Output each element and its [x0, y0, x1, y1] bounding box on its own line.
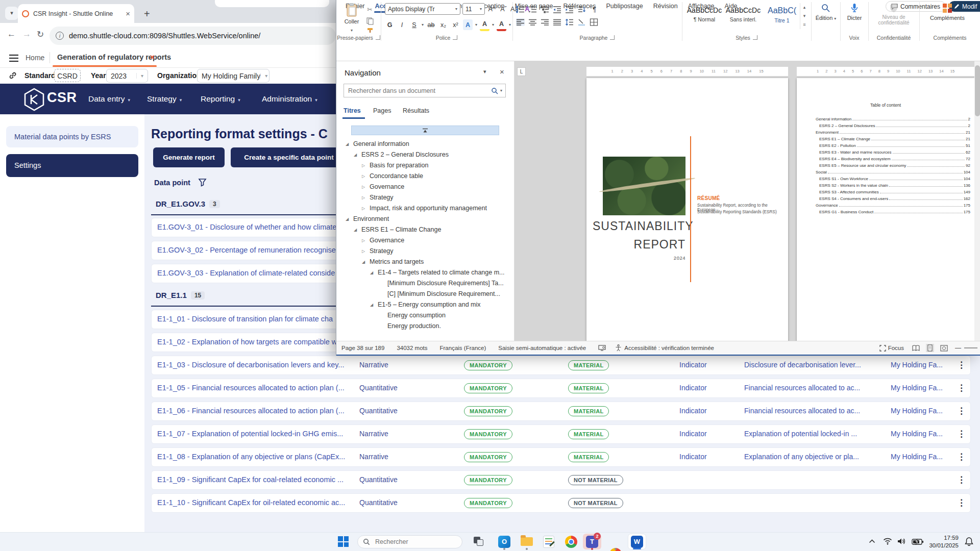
accessibility-icon[interactable] [615, 344, 622, 352]
tree-expanded-icon[interactable]: ◢ [370, 299, 378, 310]
nav-tree-item[interactable]: ▷Governance [362, 182, 404, 192]
nav-tree-item[interactable]: ◢E1-4 – Targets related to climate chang… [370, 267, 505, 278]
status-language[interactable]: Français (France) [440, 345, 486, 351]
new-tab-button[interactable]: + [144, 8, 150, 20]
row-menu-icon[interactable]: ⋮ [957, 360, 966, 370]
styles-down-icon[interactable]: ▾ [800, 12, 808, 20]
table-row[interactable]: E1-1_07 - Explanation of potential locke… [151, 424, 971, 444]
grow-font-button[interactable]: A^ [487, 4, 497, 14]
file-explorer-icon[interactable] [521, 537, 533, 546]
paragraph-marks-button[interactable]: ¶ [590, 4, 599, 15]
sidebar-item-settings[interactable]: Settings [6, 154, 138, 177]
tab-close-icon[interactable]: × [126, 9, 130, 18]
chrome-icon[interactable] [565, 536, 577, 548]
tree-collapsed-icon[interactable]: ▷ [362, 160, 370, 171]
align-right-icon[interactable] [541, 18, 549, 26]
page-tab-close-icon[interactable]: × [150, 53, 154, 61]
create-data-point-button[interactable]: Create a specific data point [231, 147, 347, 167]
tree-expanded-icon[interactable]: ◢ [354, 149, 361, 160]
style-heading-1[interactable]: AaBbC(Titre 1 [764, 2, 800, 30]
tree-expanded-icon[interactable]: ◢ [346, 139, 353, 149]
generate-report-button[interactable]: Generate report [153, 147, 225, 167]
format-painter-icon[interactable] [366, 27, 374, 35]
tree-collapsed-icon[interactable]: ▷ [362, 171, 370, 182]
editor-app-icon[interactable] [543, 536, 554, 548]
table-row[interactable]: E1-1_08 - Explanation of any objective o… [151, 447, 971, 467]
site-info-icon[interactable]: i [56, 32, 64, 40]
address-bar[interactable]: i demo.shuttle-cloud.com:8098/Shuttles.W… [50, 27, 336, 45]
organization-select[interactable]: My Holding Family ▾ [197, 69, 270, 83]
tree-collapsed-icon[interactable]: ▷ [362, 182, 370, 192]
numbering-icon[interactable] [528, 6, 537, 13]
tree-expanded-icon[interactable]: ◢ [346, 214, 353, 224]
shrink-font-button[interactable]: Aˇ [499, 4, 508, 14]
document-search-input[interactable] [347, 87, 491, 95]
menu-icon[interactable] [9, 55, 18, 56]
row-menu-icon[interactable]: ⋮ [957, 429, 966, 439]
tree-collapsed-icon[interactable]: ▷ [362, 235, 370, 246]
nav-tree-item[interactable]: ▷Impact, risk and opportunity management [362, 203, 487, 214]
highlight-button[interactable]: A [480, 18, 489, 31]
nav-tree-item[interactable]: ◢ESRS 2 – General Disclosures [354, 149, 449, 160]
chevron-down-icon[interactable]: ▾ [500, 88, 502, 93]
underline-button[interactable]: S [409, 19, 419, 30]
taskbar-search-input[interactable] [374, 538, 448, 546]
speaker-icon[interactable] [897, 538, 906, 545]
start-button[interactable] [338, 536, 349, 547]
document-page-cover[interactable]: SUSTAINABILITY REPORT 2024 RÉSUMÉ Sustai… [586, 78, 788, 341]
table-row[interactable]: E1-1_10 - Significant CapEx for oil-rela… [151, 493, 971, 513]
text-effects-button[interactable]: A [463, 19, 473, 30]
nav-tab-titres[interactable]: Titres [344, 107, 361, 114]
back-icon[interactable]: ← [7, 29, 16, 39]
tree-expanded-icon[interactable]: ◢ [354, 224, 361, 235]
status-accessibility[interactable]: Accessibilité : vérification terminée [624, 345, 714, 351]
table-row[interactable]: E1-1_03 - Disclosure of decarbonisation … [151, 356, 971, 375]
bullets-icon[interactable] [516, 6, 525, 13]
scrollbar-thumb[interactable] [975, 65, 980, 116]
focus-mode-button[interactable]: Focus [888, 345, 904, 351]
notifications-bell-icon[interactable] [965, 537, 973, 546]
addins-button[interactable]: Compléments [924, 3, 970, 21]
superscript-button[interactable]: x² [451, 19, 460, 30]
styles-up-icon[interactable]: ▴ [800, 3, 808, 12]
browser-tab[interactable]: CSR Insight - Shuttle Online × [18, 4, 134, 23]
align-center-icon[interactable] [528, 18, 537, 26]
nav-tree-item[interactable]: ◢Metrics and targets [362, 257, 424, 267]
tree-expanded-icon[interactable]: ◢ [370, 267, 378, 278]
tab-search-chevron-icon[interactable]: ▾ [5, 7, 18, 20]
home-link[interactable]: Home [26, 54, 44, 62]
row-menu-icon[interactable]: ⋮ [957, 452, 966, 462]
tray-expand-icon[interactable] [869, 539, 875, 543]
increase-indent-icon[interactable] [565, 6, 574, 13]
font-name-select[interactable]: Aptos Display (Tr▾ [385, 3, 460, 15]
decrease-indent-icon[interactable] [553, 6, 561, 13]
style-normal[interactable]: AaBbCcDc¶ Normal [686, 2, 723, 30]
tree-collapsed-icon[interactable]: ▷ [362, 192, 370, 203]
monitor-icon[interactable] [598, 345, 606, 351]
nav-item-reporting[interactable]: Reporting▾ [201, 94, 240, 104]
bold-button[interactable]: G [385, 19, 395, 30]
status-page[interactable]: Page 38 sur 189 [341, 345, 384, 351]
taskbar-clock[interactable]: 17:59 30/01/2025 [918, 534, 959, 549]
nav-tab-resultats[interactable]: Résultats [403, 107, 429, 114]
nav-tree-item[interactable]: [C] [Minimum Disclosure Requirement... [387, 289, 500, 299]
taskbar-search[interactable] [357, 535, 462, 548]
word-taskbar-icon[interactable]: W [631, 536, 643, 548]
group-header[interactable]: DR_E1.115 [156, 291, 205, 299]
nav-item-administration[interactable]: Administration▾ [262, 94, 317, 104]
font-color-button[interactable]: A [497, 18, 506, 31]
table-row[interactable]: E1-1_05 - Financial resources allocated … [151, 379, 971, 398]
styles-scroll[interactable]: ▴ ▾ ≡ [800, 3, 808, 29]
multilevel-list-icon[interactable] [541, 6, 549, 13]
nav-tree-item[interactable]: ▷Governance [362, 235, 404, 246]
nav-tree-item[interactable]: Energy consumption [387, 310, 446, 321]
pane-collapse-icon[interactable]: ▾ [483, 68, 486, 75]
cut-icon[interactable]: ✂ [365, 4, 375, 15]
nav-tree-item[interactable]: ▷Strategy [362, 192, 394, 203]
align-left-icon[interactable] [516, 18, 525, 26]
nav-tab-pages[interactable]: Pages [373, 107, 391, 114]
reload-icon[interactable]: ↻ [37, 29, 44, 40]
row-menu-icon[interactable]: ⋮ [957, 497, 966, 508]
zoom-out-button[interactable]: — [955, 344, 961, 352]
justify-icon[interactable] [553, 18, 561, 26]
